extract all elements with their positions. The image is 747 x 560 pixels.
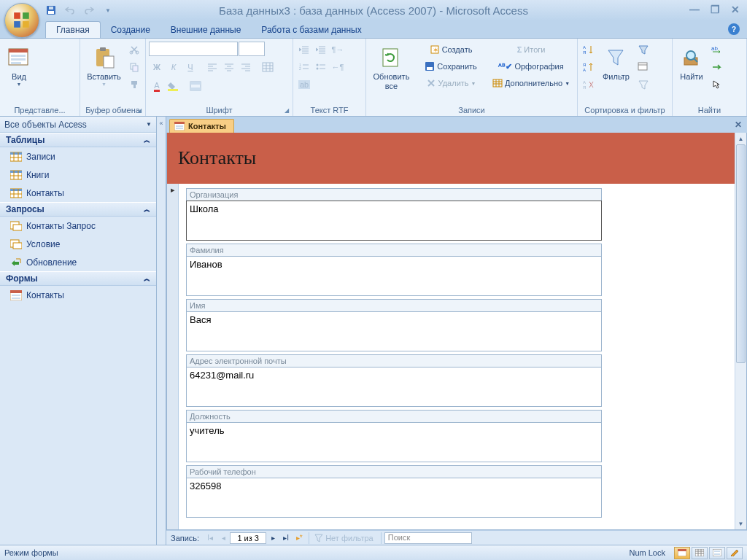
nav-item[interactable]: Обновление [0, 253, 156, 271]
cut-button[interactable] [126, 42, 142, 58]
save-record-button[interactable]: Сохранить [415, 58, 487, 74]
minimize-button[interactable]: — [687, 3, 702, 16]
field-label: Должность [186, 410, 602, 422]
rtl-button[interactable]: ←¶ [330, 59, 346, 75]
align-left-button[interactable] [204, 59, 220, 75]
field-value[interactable]: Школа [186, 201, 602, 241]
redo-icon[interactable] [82, 3, 96, 18]
title-bar: ▼ База данных3 : база данных (Access 200… [0, 0, 747, 20]
doc-close-button[interactable]: ✕ [732, 119, 744, 131]
nav-item[interactable]: Контакты [0, 286, 156, 304]
prev-record-button[interactable]: ◂ [217, 532, 230, 545]
form-view-btn[interactable] [674, 547, 690, 559]
decrease-indent-button[interactable] [296, 42, 312, 58]
gridlines-button[interactable] [260, 59, 276, 75]
view-button[interactable]: Вид ▼ [3, 42, 35, 104]
vertical-scrollbar[interactable]: ▲ ▼ [735, 133, 746, 529]
svg-text:А: А [583, 45, 586, 50]
tab-home[interactable]: Главная [45, 21, 101, 38]
field-value[interactable]: учитель [186, 422, 602, 462]
underline-button[interactable]: Ч [182, 59, 198, 75]
datasheet-view-btn[interactable] [692, 547, 708, 559]
font-name-combo[interactable] [149, 42, 238, 56]
svg-rect-1 [23, 12, 29, 19]
highlight-button[interactable]: ab [296, 77, 312, 93]
copy-button[interactable] [126, 59, 142, 75]
font-color-button[interactable]: A [149, 78, 165, 94]
group-find-label: Найти [676, 104, 743, 116]
save-icon[interactable] [44, 3, 58, 18]
advanced-filter-button[interactable] [635, 59, 651, 75]
nav-item[interactable]: Книги [0, 166, 156, 184]
increase-indent-button[interactable] [313, 42, 329, 58]
bold-button[interactable]: Ж [149, 59, 165, 75]
scroll-up-icon[interactable]: ▲ [735, 133, 746, 144]
tab-external-data[interactable]: Внешние данные [160, 22, 252, 38]
field-value[interactable]: 326598 [186, 478, 602, 518]
ltr-button[interactable]: ¶→ [330, 42, 346, 58]
sort-asc-button[interactable]: АЯ [581, 42, 597, 58]
italic-button[interactable]: К [166, 59, 182, 75]
goto-button[interactable] [709, 59, 725, 75]
search-box[interactable]: Поиск [384, 532, 472, 544]
bullet-list-button[interactable] [313, 59, 329, 75]
filter-indicator[interactable] [312, 532, 325, 545]
design-view-btn[interactable] [727, 547, 743, 559]
nav-pane-header[interactable]: Все объекты Access ▼ [0, 117, 156, 133]
tab-create[interactable]: Создание [101, 22, 160, 38]
scroll-thumb[interactable] [736, 144, 746, 363]
next-record-button[interactable]: ▸ [266, 532, 279, 545]
undo-icon[interactable] [63, 3, 77, 18]
nav-item[interactable]: Контакты Запрос [0, 217, 156, 235]
layout-view-btn[interactable] [709, 547, 725, 559]
alt-row-button[interactable] [187, 78, 204, 94]
first-record-button[interactable]: I◂ [204, 532, 217, 545]
toggle-filter-button[interactable] [635, 77, 651, 93]
qat-customize-icon[interactable]: ▼ [101, 3, 115, 18]
nav-section-header[interactable]: Таблицы︽ [0, 133, 156, 147]
scroll-down-icon[interactable]: ▼ [735, 518, 746, 529]
record-selector[interactable]: ▸ [167, 184, 179, 529]
paste-button[interactable]: Вставить ▼ [83, 42, 125, 104]
find-button[interactable]: Найти [676, 42, 708, 104]
field-value[interactable]: Вася [186, 311, 602, 351]
nav-section-header[interactable]: Запросы︽ [0, 202, 156, 217]
shutter-bar[interactable]: « [157, 117, 166, 545]
select-button[interactable] [709, 77, 725, 93]
totals-button[interactable]: ΣИтоги [488, 42, 574, 58]
refresh-all-button[interactable]: Обновить все [369, 42, 414, 104]
maximize-button[interactable]: ❐ [708, 3, 722, 16]
nav-item[interactable]: Контакты [0, 184, 156, 202]
numbered-list-button[interactable]: 12 [296, 59, 312, 75]
font-launcher-icon[interactable]: ◢ [282, 106, 291, 114]
new-record-nav-button[interactable]: ▸* [293, 532, 306, 545]
delete-record-button[interactable]: Удалить▼ [415, 75, 487, 91]
doc-tab-contacts[interactable]: Контакты [169, 119, 234, 133]
selection-filter-button[interactable] [635, 42, 651, 58]
help-icon[interactable]: ? [728, 23, 740, 35]
field-value[interactable]: Иванов [186, 256, 602, 296]
office-button[interactable] [4, 3, 39, 38]
new-record-button[interactable]: ✶Создать [415, 42, 487, 58]
record-position-input[interactable] [230, 532, 266, 544]
spelling-button[interactable]: ᴬᴮ✔Орфография [488, 58, 574, 74]
tab-database-tools[interactable]: Работа с базами данных [251, 22, 371, 38]
field-value[interactable]: 64231@mail.ru [186, 367, 602, 407]
align-center-button[interactable] [221, 59, 237, 75]
more-button[interactable]: Дополнительно▼ [488, 75, 574, 91]
last-record-button[interactable]: ▸I [279, 532, 293, 545]
collapse-icon: ︽ [144, 205, 150, 214]
filter-button[interactable]: Фильтр [598, 42, 634, 104]
align-right-button[interactable] [238, 59, 254, 75]
font-size-combo[interactable] [239, 42, 265, 56]
clipboard-launcher-icon[interactable]: ◢ [135, 106, 144, 114]
nav-item[interactable]: Условие [0, 235, 156, 253]
sort-desc-button[interactable]: ЯА [581, 59, 597, 75]
nav-section-header[interactable]: Формы︽ [0, 271, 156, 286]
nav-item[interactable]: Записи [0, 147, 156, 166]
close-button[interactable]: ✕ [728, 3, 743, 16]
clear-sort-button[interactable]: АЯ [581, 77, 597, 93]
fill-color-button[interactable] [166, 78, 182, 94]
format-painter-button[interactable] [126, 77, 142, 93]
replace-button[interactable]: ab [709, 42, 725, 58]
